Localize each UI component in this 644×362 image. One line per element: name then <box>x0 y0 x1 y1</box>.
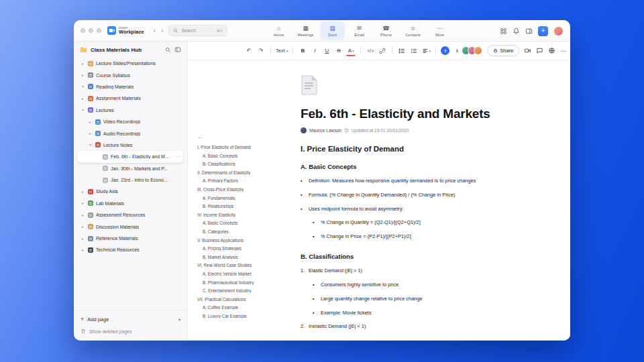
chevron-icon[interactable] <box>80 237 85 241</box>
outline-item[interactable]: A. Pricing Strategies <box>197 246 264 251</box>
outline-item[interactable]: A. Basic Concepts <box>197 221 264 225</box>
sidebar-item[interactable]: Technical Resources ⋯ <box>78 244 183 255</box>
outline-item[interactable]: I. Price Elasticity of Demand <box>197 145 264 149</box>
sidebar-search-icon[interactable] <box>165 47 171 53</box>
chevron-icon[interactable] <box>80 97 85 101</box>
bullet-item[interactable]: • % Change in Quantity = (Q2-Q1)/[(Q2+Q1… <box>301 219 527 225</box>
document-title[interactable]: Feb. 6th - Elasticity and Markets <box>301 107 527 121</box>
chevron-icon[interactable] <box>80 213 85 217</box>
sidebar-item[interactable]: Study Aids ⋯ <box>78 186 183 197</box>
chevron-icon[interactable] <box>88 131 93 135</box>
nav-tab[interactable]: ☺ Contacts <box>400 21 425 40</box>
forward-button[interactable]: › <box>158 27 166 34</box>
zoom-window-button[interactable] <box>97 28 101 33</box>
strikethrough-button[interactable]: S <box>334 46 343 56</box>
chevron-icon[interactable] <box>80 62 85 66</box>
collapse-toolbar-icon[interactable]: ∧ <box>452 46 462 56</box>
chevron-icon[interactable] <box>88 120 93 124</box>
chevron-icon[interactable] <box>80 201 85 205</box>
chevron-icon[interactable] <box>80 190 85 194</box>
sidebar-item[interactable]: Feb. 6th - Elasticity and M... ⋯ <box>78 151 183 162</box>
outline-item[interactable]: B. Market Analysis <box>197 255 264 259</box>
undo-button[interactable]: ↶ <box>244 46 254 56</box>
outline-item[interactable]: A. Fundamentals <box>197 196 264 200</box>
sidebar-item[interactable]: Lab Materials ⋯ <box>78 198 183 209</box>
nav-tab[interactable]: ⋯ More <box>427 21 452 40</box>
add-page-caret-icon[interactable]: ▾ <box>178 317 180 322</box>
outline-item[interactable]: B. Categories <box>197 229 264 234</box>
new-item-plus-button[interactable]: + <box>538 26 548 36</box>
heading-price-elasticity[interactable]: I. Price Elasticity of Demand <box>301 145 527 153</box>
nav-tab[interactable]: ✉ Email <box>347 21 372 40</box>
list-item[interactable]: • Consumers highly sensitive to price <box>301 282 527 288</box>
align-button[interactable]: ▾ <box>421 46 431 56</box>
text-style-dropdown[interactable]: Text ▾ <box>276 46 288 56</box>
link-button[interactable] <box>378 46 387 56</box>
outline-item[interactable]: IV. Income Elasticity <box>197 213 264 217</box>
outline-item[interactable]: B. Classifications <box>197 162 264 166</box>
sidebar-item[interactable]: Assignment Materials ⋯ <box>78 93 183 104</box>
chevron-icon[interactable] <box>80 225 85 229</box>
list-item[interactable]: • Example: Movie tickets <box>301 310 527 316</box>
collapse-sidebar-icon[interactable] <box>174 46 181 53</box>
sidebar-item[interactable]: Reading Materials ⋯ <box>78 81 183 93</box>
outline-item[interactable]: B. Relationships <box>197 204 264 208</box>
outline-item[interactable]: VII. Practical Calculations <box>197 297 264 302</box>
bullet-item[interactable]: • Uses midpoint formula to avoid asymmet… <box>301 206 527 212</box>
sidebar-item[interactable]: Lectures ⋯ <box>78 105 183 116</box>
list-item[interactable]: 1. Elastic Demand (|E| > 1) <box>301 267 527 274</box>
outline-item[interactable]: A. Coffee Example <box>197 305 264 310</box>
sidebar-item[interactable]: Jan. 23rd - Intro to Econo... ⋯ <box>78 174 183 186</box>
outline-item[interactable]: VI. Real-World Case Studies <box>197 263 264 267</box>
globe-language-icon[interactable] <box>548 47 555 54</box>
chevron-icon[interactable] <box>80 108 85 112</box>
apps-grid-icon[interactable] <box>500 27 507 35</box>
bulleted-list-button[interactable] <box>397 46 407 56</box>
list-item[interactable]: • Large quantity change relative to pric… <box>301 296 527 302</box>
heading-classifications[interactable]: B. Classifications <box>301 253 527 260</box>
sidebar-item[interactable]: Reference Materials ⋯ <box>78 233 183 244</box>
sidebar-item[interactable]: Course Syllabus ⋯ <box>78 69 183 80</box>
outline-item[interactable]: B. Pharmaceutical Industry <box>197 280 264 285</box>
outline-item[interactable]: A. Electric Vehicle Market <box>197 272 264 276</box>
close-window-button[interactable] <box>80 28 85 33</box>
sidebar-item[interactable]: Lecture Notes ⋯ <box>78 139 183 151</box>
outline-item[interactable]: III. Cross-Price Elasticity <box>197 187 264 192</box>
italic-button[interactable]: I <box>310 46 319 56</box>
redo-button[interactable]: ↷ <box>256 46 266 56</box>
share-button[interactable]: Share <box>487 45 519 56</box>
bullet-item[interactable]: • Definition: Measures how responsive qu… <box>301 178 527 184</box>
search-input[interactable]: Search ⌘F <box>168 25 227 36</box>
chevron-icon[interactable] <box>80 84 85 88</box>
video-camera-icon[interactable] <box>524 47 531 54</box>
outline-item[interactable]: II. Determinants of Elasticity <box>197 170 264 175</box>
outline-item[interactable]: C. Entertainment Industry <box>197 288 264 293</box>
collapse-outline-icon[interactable]: ← <box>197 134 264 140</box>
comments-icon[interactable] <box>536 47 543 54</box>
minimize-window-button[interactable] <box>89 28 93 33</box>
bold-button[interactable]: B <box>298 46 307 56</box>
heading-basic-concepts[interactable]: A. Basic Concepts <box>301 163 527 170</box>
code-button[interactable]: </> <box>366 46 375 56</box>
sidebar-item[interactable]: Jan. 30th - Markets and P... ⋯ <box>78 163 183 174</box>
chevron-icon[interactable] <box>80 248 85 252</box>
chevron-icon[interactable] <box>80 73 85 77</box>
outline-item[interactable]: B. Luxury Car Example <box>197 314 264 318</box>
nav-tab[interactable]: ▦ Meetings <box>293 21 318 40</box>
nav-tab[interactable]: ▤ Docs <box>320 21 345 40</box>
add-page-button[interactable]: + Add page ▾ <box>80 316 180 322</box>
document-body[interactable]: Feb. 6th - Elasticity and Markets Mauric… <box>301 60 527 337</box>
sidebar-item[interactable]: Video Recordings ⋯ <box>78 116 183 127</box>
user-avatar[interactable] <box>553 26 564 36</box>
numbered-list-button[interactable] <box>409 46 419 56</box>
list-item[interactable]: 2. Inelastic Demand (|E| < 1) <box>301 323 527 329</box>
sidebar-item[interactable]: Audio Recordings ⋯ <box>78 127 183 139</box>
outline-item[interactable]: V. Business Applications <box>197 238 264 243</box>
item-more-icon[interactable]: ⋯ <box>176 154 180 160</box>
underline-button[interactable]: U <box>322 46 331 56</box>
chevron-icon[interactable] <box>88 143 93 147</box>
sidebar-item[interactable]: Lecture Slides/Presentations ⋯ <box>78 58 183 69</box>
bullet-item[interactable]: • % Change in Price = (P2-P1)/[(P2+P1)/2… <box>301 233 527 239</box>
show-deleted-pages-button[interactable]: Show deleted pages <box>80 328 180 334</box>
outline-item[interactable]: A. Primary Factors <box>197 178 264 183</box>
